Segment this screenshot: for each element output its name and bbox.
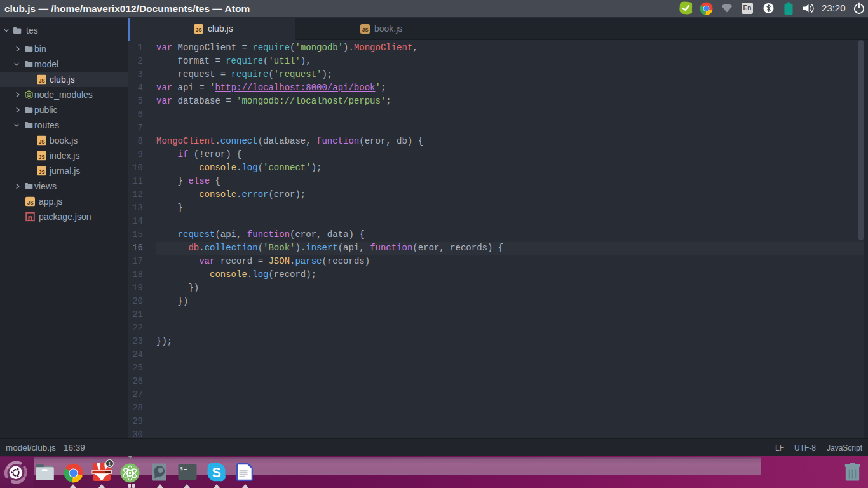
svg-text:JS: JS (362, 27, 369, 33)
svg-text:$: $ (180, 466, 183, 471)
svg-text:S: S (212, 465, 220, 480)
